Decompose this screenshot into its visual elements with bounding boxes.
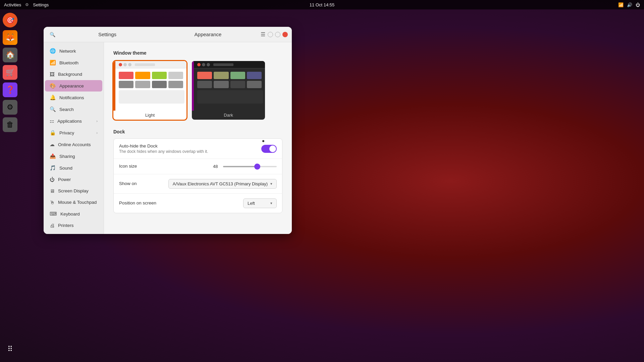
sidebar-label-network: Network	[59, 49, 76, 54]
window-theme-title: Window theme	[113, 50, 282, 56]
showon-chevron: ▾	[270, 182, 272, 186]
dock-iconsize-info: Icon size	[119, 164, 213, 169]
minimize-button[interactable]	[268, 32, 273, 37]
theme-card-light[interactable]: Light	[113, 61, 186, 120]
sidebar-label-appearance: Appearance	[59, 83, 84, 88]
showon-dropdown[interactable]: A/Vaux Electronics AVT GC513 (Primary Di…	[168, 179, 277, 189]
preview-block-dark	[247, 72, 262, 79]
sidebar: 🌐 Network 📶 Bluetooth 🖼 Background 🎨 App…	[44, 42, 104, 234]
sidebar-label-keyboard: Keyboard	[60, 212, 80, 217]
online-accounts-icon: ☁	[50, 141, 55, 147]
dot-red	[119, 63, 122, 66]
autohide-toggle[interactable]	[261, 145, 277, 153]
dock-showon-label: Show on	[119, 181, 168, 186]
sidebar-item-power[interactable]: ⏻ Power	[45, 174, 102, 185]
dock-position-label: Position on screen	[119, 200, 243, 205]
sharing-icon: 📤	[50, 153, 56, 159]
preview-block-dark	[247, 81, 262, 88]
sidebar-item-sound[interactable]: 🎵 Sound	[45, 162, 102, 174]
sidebar-label-sharing: Sharing	[59, 154, 75, 159]
sidebar-item-sharing[interactable]: 📤 Sharing	[45, 150, 102, 162]
sidebar-label-power: Power	[58, 177, 71, 182]
dock-showon-right: A/Vaux Electronics AVT GC513 (Primary Di…	[168, 179, 277, 189]
topbar-right: 📶 🔊 ⏻	[618, 2, 640, 7]
window-page-title: Appearance	[195, 32, 222, 37]
settings-appname: Settings	[33, 2, 49, 7]
dark-dot-gray2	[207, 63, 210, 66]
sidebar-item-appearance[interactable]: 🎨 Appearance	[45, 80, 102, 92]
sidebar-label-screen-display: Screen Display	[58, 188, 89, 193]
mouse-icon: 🖱	[50, 199, 55, 205]
taskbar-settings[interactable]: ⚙	[3, 100, 17, 115]
sidebar-item-printers[interactable]: 🖨 Printers	[45, 220, 102, 231]
main-content: Window theme	[104, 42, 292, 234]
preview-block-dark	[214, 81, 228, 88]
taskbar-apps-grid[interactable]: ⠿	[3, 342, 17, 357]
preview-block	[152, 72, 167, 79]
maximize-button[interactable]	[275, 32, 280, 37]
topbar: Activities ⚙ Settings 11 Oct 14:55 📶 🔊 ⏻	[0, 0, 644, 9]
taskbar-software[interactable]: 🛒	[3, 65, 17, 80]
taskbar-firefox[interactable]: 🦊	[3, 30, 17, 45]
bluetooth-icon: 📶	[50, 60, 56, 66]
window-titlebar: 🔍 Settings Appearance ☰	[44, 27, 292, 42]
icon-size-thumb[interactable]	[254, 164, 260, 170]
preview-block	[119, 72, 133, 79]
taskbar: 🎯 🦊 🏠 🛒 ❓ ⚙ 🗑 ⠿	[0, 9, 20, 362]
activities-label[interactable]: Activities	[4, 2, 21, 7]
keyboard-icon: ⌨	[50, 211, 57, 217]
sidebar-label-notifications: Notifications	[59, 95, 84, 100]
dock-position-right: Left ▾	[243, 198, 277, 208]
window-controls	[268, 32, 288, 37]
close-button[interactable]	[282, 32, 288, 37]
sidebar-label-printers: Printers	[58, 223, 74, 228]
light-theme-label: Light	[113, 111, 186, 120]
sidebar-label-search: Search	[59, 107, 74, 112]
preview-block	[168, 72, 183, 79]
window-search-button[interactable]: 🔍	[48, 30, 57, 39]
theme-cards: Light	[113, 61, 282, 120]
privacy-icon: 🔒	[50, 130, 56, 136]
appearance-icon: 🎨	[50, 83, 56, 89]
sidebar-label-bluetooth: Bluetooth	[59, 60, 78, 65]
sound-icon: 🎵	[50, 165, 56, 171]
sidebar-item-notifications[interactable]: 🔔 Notifications	[45, 92, 102, 103]
sidebar-item-keyboard[interactable]: ⌨ Keyboard	[45, 208, 102, 220]
taskbar-help[interactable]: ❓	[3, 82, 17, 97]
volume-icon: 🔊	[627, 2, 632, 7]
sidebar-item-bluetooth[interactable]: 📶 Bluetooth	[45, 57, 102, 68]
preview-block-dark	[230, 72, 245, 79]
printers-icon: 🖨	[50, 223, 55, 228]
sidebar-item-online-accounts[interactable]: ☁ Online Accounts	[45, 139, 102, 150]
sidebar-label-mouse-touchpad: Mouse & Touchpad	[58, 200, 97, 205]
sidebar-item-search[interactable]: 🔍 Search	[45, 104, 102, 115]
dot-gray1	[123, 63, 127, 66]
showon-value: A/Vaux Electronics AVT GC513 (Primary Di…	[173, 181, 268, 186]
sidebar-item-network[interactable]: 🌐 Network	[45, 45, 102, 57]
network-icon: 📶	[618, 2, 624, 7]
sidebar-item-screen-display[interactable]: 🖥 Screen Display	[45, 185, 102, 196]
taskbar-trash[interactable]: 🗑	[3, 117, 17, 132]
ubuntu-logo[interactable]: 🎯	[3, 13, 17, 27]
power-menu-icon[interactable]: ⏻	[636, 2, 640, 7]
preview-block-dark	[197, 81, 212, 88]
sidebar-item-background[interactable]: 🖼 Background	[45, 69, 102, 80]
sidebar-item-mouse-touchpad[interactable]: 🖱 Mouse & Touchpad	[45, 197, 102, 208]
window-menu-button[interactable]: ☰	[258, 30, 268, 39]
dock-showon-info: Show on	[119, 181, 168, 187]
window-body: 🌐 Network 📶 Bluetooth 🖼 Background 🎨 App…	[44, 42, 292, 234]
settings-window: 🔍 Settings Appearance ☰ 🌐 Network 📶 Blue…	[44, 27, 292, 234]
sidebar-item-removable-media[interactable]: 💾 Removable Media	[45, 231, 102, 234]
sidebar-item-privacy[interactable]: 🔒 Privacy ›	[45, 127, 102, 138]
taskbar-home[interactable]: 🏠	[3, 48, 17, 62]
preview-block	[119, 81, 133, 88]
dark-theme-preview	[192, 61, 265, 111]
power-icon: ⏻	[50, 177, 55, 182]
theme-card-dark[interactable]: Dark	[192, 61, 265, 120]
dock-autohide-info: Auto-hide the Dock The dock hides when a…	[119, 143, 261, 154]
sidebar-item-applications[interactable]: ⚏ Applications ›	[45, 115, 102, 127]
position-dropdown[interactable]: Left ▾	[243, 198, 277, 208]
icon-size-value: 48	[213, 164, 220, 169]
applications-chevron: ›	[96, 119, 98, 123]
icon-size-track	[223, 166, 277, 167]
